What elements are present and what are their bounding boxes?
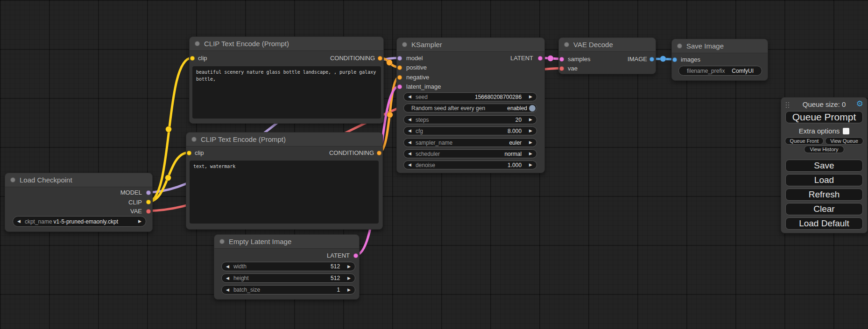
view-queue-button[interactable]: View Queue — [825, 137, 863, 145]
output-port-latent[interactable] — [353, 253, 358, 258]
input-label-samples: samples — [568, 56, 590, 63]
input-port-clip[interactable] — [187, 151, 191, 155]
collapse-dot-icon[interactable] — [402, 42, 407, 47]
increment-arrow-icon[interactable]: ▶ — [134, 219, 146, 224]
scheduler-widget[interactable]: ◀ scheduler normal ▶ — [403, 149, 537, 158]
comfyui-canvas[interactable]: { "colors": { "model": "#b39ddb", "clip"… — [0, 0, 868, 329]
filename-prefix-widget[interactable]: filename_prefix ComfyUI — [678, 66, 762, 76]
increment-arrow-icon[interactable]: ▶ — [343, 265, 355, 269]
node-title: Empty Latent Image — [229, 238, 291, 245]
ckpt-name-widget[interactable]: ◀ ckpt_name v1-5-pruned-emaonly.ckpt ▶ — [13, 216, 146, 227]
output-port-latent[interactable] — [538, 56, 543, 61]
increment-arrow-icon[interactable]: ▶ — [525, 95, 536, 99]
node-clip-text-encode-negative[interactable]: CLIP Text Encode (Prompt) clip CONDITION… — [186, 132, 383, 230]
decrement-arrow-icon[interactable]: ◀ — [404, 163, 416, 167]
refresh-button[interactable]: Refresh — [785, 189, 863, 201]
increment-arrow-icon[interactable]: ▶ — [343, 288, 355, 292]
load-button[interactable]: Load — [785, 174, 863, 186]
batch-size-widget[interactable]: ◀ batch_size 1 ▶ — [221, 285, 355, 294]
height-widget[interactable]: ◀ height 512 ▶ — [221, 273, 355, 283]
node-header[interactable]: KSampler — [397, 38, 544, 52]
widget-label: denoise — [416, 162, 435, 168]
increment-arrow-icon[interactable]: ▶ — [525, 118, 536, 122]
view-history-button[interactable]: View History — [804, 146, 844, 153]
input-label-latent-image: latent_image — [406, 83, 441, 90]
cfg-widget[interactable]: ◀ cfg 8.000 ▶ — [403, 126, 537, 135]
random-seed-widget[interactable]: Random seed after every gen enabled — [403, 104, 537, 112]
width-widget[interactable]: ◀ width 512 ▶ — [221, 262, 355, 271]
widget-value: v1-5-pruned-emaonly.ckpt — [54, 218, 119, 225]
collapse-dot-icon[interactable] — [10, 177, 15, 182]
node-vae-decode[interactable]: VAE Decode samples vae IMAGE — [558, 37, 656, 74]
decrement-arrow-icon[interactable]: ◀ — [404, 95, 416, 99]
decrement-arrow-icon[interactable]: ◀ — [13, 219, 25, 224]
decrement-arrow-icon[interactable]: ◀ — [404, 140, 416, 145]
output-port-vae[interactable] — [146, 209, 151, 214]
node-save-image[interactable]: Save Image images filename_prefix ComfyU… — [671, 39, 768, 81]
decrement-arrow-icon[interactable]: ◀ — [222, 265, 233, 269]
widget-label: width — [233, 263, 247, 270]
queue-prompt-button[interactable]: Queue Prompt — [785, 111, 863, 123]
widget-value: 512 — [331, 275, 340, 281]
widget-value: normal — [504, 151, 522, 157]
denoise-widget[interactable]: ◀ denoise 1.000 ▶ — [403, 161, 537, 169]
input-port-model[interactable] — [397, 56, 402, 61]
input-port-samples[interactable] — [559, 57, 564, 62]
increment-arrow-icon[interactable]: ▶ — [525, 140, 536, 145]
node-empty-latent-image[interactable]: Empty Latent Image LATENT ◀ width 512 ▶ … — [214, 234, 360, 300]
widget-label: height — [233, 275, 249, 281]
sampler-name-widget[interactable]: ◀ sampler_name euler ▶ — [403, 138, 537, 147]
queue-front-button[interactable]: Queue Front — [785, 137, 824, 145]
node-load-checkpoint[interactable]: Load Checkpoint MODEL CLIP VAE ◀ ckpt_na… — [5, 173, 153, 232]
widget-value: 1.000 — [508, 162, 522, 168]
decrement-arrow-icon[interactable]: ◀ — [222, 288, 233, 292]
increment-arrow-icon[interactable]: ▶ — [343, 276, 355, 280]
input-port-clip[interactable] — [190, 56, 195, 61]
output-port-model[interactable] — [146, 190, 151, 195]
node-header[interactable]: Load Checkpoint — [5, 173, 152, 187]
widget-value: 512 — [331, 263, 340, 270]
input-port-positive[interactable] — [397, 65, 402, 70]
node-header[interactable]: Empty Latent Image — [214, 235, 359, 249]
node-title: Save Image — [686, 42, 724, 50]
decrement-arrow-icon[interactable]: ◀ — [404, 118, 416, 122]
node-header[interactable]: CLIP Text Encode (Prompt) — [190, 37, 383, 51]
increment-arrow-icon[interactable]: ▶ — [525, 152, 536, 156]
collapse-dot-icon[interactable] — [219, 239, 225, 244]
negative-prompt-textarea[interactable]: text, watermark — [190, 161, 379, 224]
output-port-clip[interactable] — [146, 200, 151, 204]
node-clip-text-encode-positive[interactable]: CLIP Text Encode (Prompt) clip CONDITION… — [189, 36, 384, 124]
positive-prompt-textarea[interactable]: beautiful scenery nature glass bottle la… — [192, 66, 381, 119]
seed-widget[interactable]: ◀ seed 156680208700286 ▶ — [403, 92, 537, 101]
extra-options-checkbox[interactable] — [843, 128, 849, 134]
output-port-image[interactable] — [649, 57, 654, 62]
widget-label: seed — [416, 94, 428, 100]
collapse-dot-icon[interactable] — [564, 42, 569, 47]
input-port-latent-image[interactable] — [397, 84, 402, 89]
increment-arrow-icon[interactable]: ▶ — [525, 129, 536, 133]
node-ksampler[interactable]: KSampler model positive negative latent_… — [396, 37, 545, 173]
decrement-arrow-icon[interactable]: ◀ — [404, 129, 416, 133]
node-header[interactable]: VAE Decode — [559, 38, 656, 52]
collapse-dot-icon[interactable] — [677, 43, 682, 49]
decrement-arrow-icon[interactable]: ◀ — [222, 276, 233, 280]
decrement-arrow-icon[interactable]: ◀ — [404, 152, 416, 156]
collapse-dot-icon[interactable] — [191, 137, 197, 142]
load-default-button[interactable]: Load Default — [785, 217, 863, 230]
queue-size-label: Queue size: 0 — [781, 100, 867, 108]
output-port-conditioning[interactable] — [378, 56, 382, 61]
node-header[interactable]: CLIP Text Encode (Prompt) — [186, 133, 382, 147]
input-port-negative[interactable] — [397, 75, 402, 80]
increment-arrow-icon[interactable]: ▶ — [525, 163, 536, 167]
save-button[interactable]: Save — [785, 160, 863, 172]
toggle-icon[interactable] — [529, 105, 536, 112]
output-port-conditioning[interactable] — [377, 151, 381, 155]
clear-button[interactable]: Clear — [785, 203, 863, 215]
settings-gear-icon[interactable]: ⚙ — [856, 99, 863, 109]
collapse-dot-icon[interactable] — [195, 41, 200, 46]
queue-panel[interactable]: Queue size: 0 ⚙ Queue Prompt Extra optio… — [781, 97, 868, 233]
steps-widget[interactable]: ◀ steps 20 ▶ — [403, 115, 537, 124]
node-header[interactable]: Save Image — [672, 39, 768, 53]
input-port-vae[interactable] — [559, 66, 564, 71]
input-port-images[interactable] — [672, 57, 677, 62]
